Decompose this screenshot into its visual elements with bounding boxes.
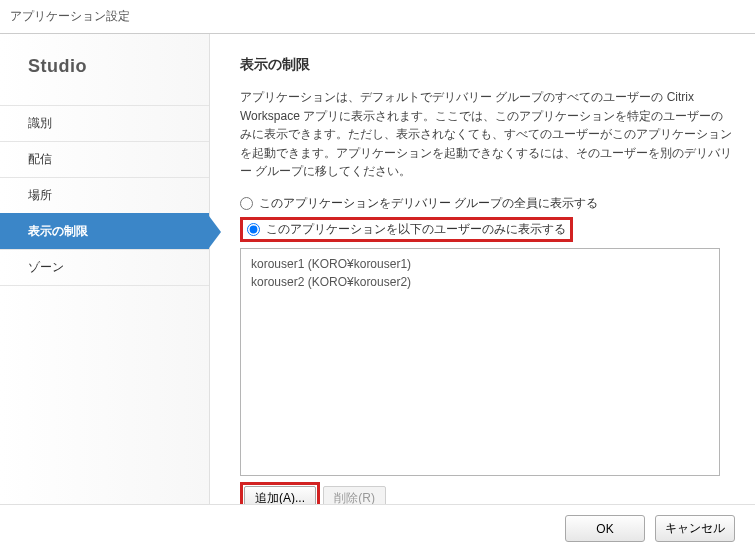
remove-button: 削除(R)	[323, 486, 386, 504]
list-item[interactable]: korouser2 (KORO¥korouser2)	[251, 273, 709, 291]
radio-show-all-input[interactable]	[240, 197, 253, 210]
list-item[interactable]: korouser1 (KORO¥korouser1)	[251, 255, 709, 273]
user-list[interactable]: korouser1 (KORO¥korouser1) korouser2 (KO…	[240, 248, 720, 476]
content-title: 表示の制限	[240, 56, 735, 74]
radio-show-all[interactable]: このアプリケーションをデリバリー グループの全員に表示する	[240, 193, 735, 214]
nav-list: 識別 配信 場所 表示の制限 ゾーン	[0, 105, 209, 286]
sidebar-item-delivery[interactable]: 配信	[0, 141, 209, 177]
radio-show-limited-input[interactable]	[247, 223, 260, 236]
add-button[interactable]: 追加(A)...	[244, 486, 316, 504]
sidebar: Studio 識別 配信 場所 表示の制限 ゾーン	[0, 34, 210, 504]
radio-show-all-label: このアプリケーションをデリバリー グループの全員に表示する	[259, 195, 598, 212]
dialog-footer: OK キャンセル	[0, 504, 755, 542]
brand-title: Studio	[0, 56, 209, 105]
sidebar-item-location[interactable]: 場所	[0, 177, 209, 213]
content-description: アプリケーションは、デフォルトでデリバリー グループのすべてのユーザーの Cit…	[240, 88, 735, 181]
window-title: アプリケーション設定	[0, 0, 755, 29]
radio-show-limited-label: このアプリケーションを以下のユーザーのみに表示する	[266, 221, 566, 238]
radio-show-limited[interactable]: このアプリケーションを以下のユーザーのみに表示する	[240, 217, 573, 242]
sidebar-item-identify[interactable]: 識別	[0, 105, 209, 141]
ok-button[interactable]: OK	[565, 515, 645, 542]
cancel-button[interactable]: キャンセル	[655, 515, 735, 542]
list-buttons: 追加(A)... 削除(R)	[240, 482, 735, 504]
content-panel: 表示の制限 アプリケーションは、デフォルトでデリバリー グループのすべてのユーザ…	[210, 34, 755, 504]
add-button-highlight: 追加(A)...	[240, 482, 320, 504]
main-area: Studio 識別 配信 場所 表示の制限 ゾーン 表示の制限 アプリケーション…	[0, 34, 755, 504]
sidebar-item-visibility[interactable]: 表示の制限	[0, 213, 209, 249]
sidebar-item-zone[interactable]: ゾーン	[0, 249, 209, 286]
